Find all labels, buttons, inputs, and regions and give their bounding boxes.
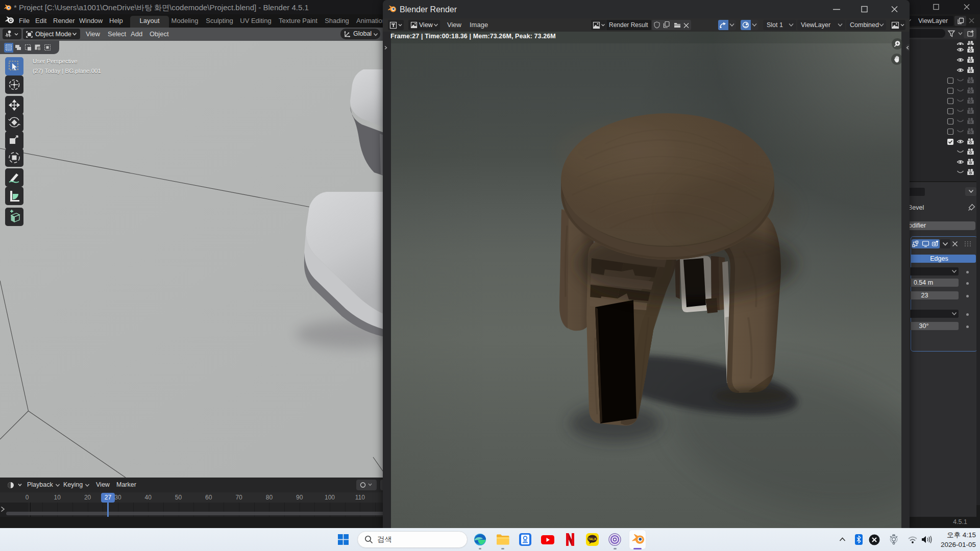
svg-text:TALK: TALK	[588, 537, 597, 541]
